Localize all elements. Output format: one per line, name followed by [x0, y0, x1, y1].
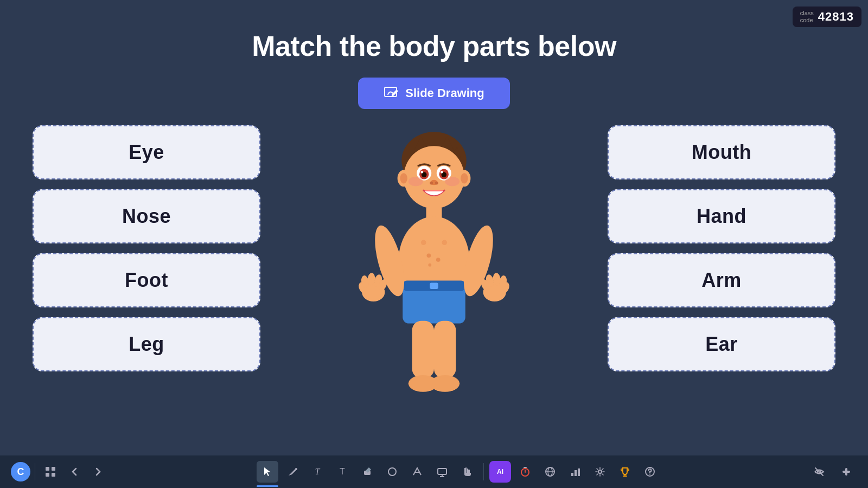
chart-icon: [570, 466, 580, 477]
svg-point-30: [436, 258, 441, 262]
ai-icon: AI: [497, 468, 503, 476]
svg-rect-55: [52, 473, 55, 477]
curved-text-button[interactable]: T: [307, 461, 328, 483]
toolbar-divider-2: [483, 463, 484, 480]
svg-point-58: [388, 468, 396, 476]
text-icon: [411, 466, 423, 478]
present-button[interactable]: [431, 461, 453, 483]
draw-tool-button[interactable]: [282, 461, 303, 483]
cursor-tool-button[interactable]: [257, 461, 278, 483]
toolbar-left: C: [11, 461, 109, 483]
eye-toggle-button[interactable]: [808, 461, 830, 483]
svg-rect-63: [571, 473, 573, 476]
close-button[interactable]: [835, 461, 857, 483]
class-code-badge: classcode 42813: [793, 7, 861, 27]
svg-rect-46: [412, 321, 434, 378]
class-code-label: classcode: [800, 10, 814, 24]
circle-tool-icon: [387, 466, 398, 477]
svg-point-9: [400, 173, 407, 183]
toolbar-right: [808, 461, 857, 483]
settings-button[interactable]: [589, 461, 611, 483]
text-button[interactable]: [406, 461, 428, 483]
class-code-value: 42813: [818, 10, 854, 24]
word-card-foot[interactable]: Foot: [33, 253, 260, 307]
toolbar: C: [0, 455, 868, 488]
slide-drawing-button[interactable]: Slide Drawing: [358, 78, 510, 109]
word-card-eye[interactable]: Eye: [33, 125, 260, 179]
svg-rect-53: [52, 467, 55, 471]
svg-rect-52: [46, 467, 49, 471]
main-content: Eye Nose Foot Leg: [0, 114, 868, 402]
straight-text-button[interactable]: T: [331, 461, 353, 483]
svg-rect-64: [575, 470, 577, 476]
left-word-column: Eye Nose Foot Leg: [33, 125, 260, 371]
grid-button[interactable]: [40, 461, 61, 483]
settings-icon: [595, 466, 605, 477]
hand-tool-button[interactable]: [456, 461, 478, 483]
eraser-button[interactable]: [356, 461, 378, 483]
svg-rect-48: [434, 321, 456, 378]
word-card-arm[interactable]: Arm: [608, 253, 835, 307]
globe-button[interactable]: [539, 461, 561, 483]
svg-point-50: [421, 240, 426, 245]
svg-point-10: [461, 173, 468, 183]
body-character-svg: [342, 120, 526, 402]
svg-point-23: [445, 177, 459, 186]
globe-icon: [545, 466, 556, 477]
curved-text-icon: T: [315, 467, 320, 477]
trophy-icon: [620, 466, 630, 477]
svg-point-21: [435, 182, 438, 185]
word-card-mouth[interactable]: Mouth: [608, 125, 835, 179]
svg-point-29: [427, 254, 431, 258]
word-card-ear[interactable]: Ear: [608, 317, 835, 371]
present-icon: [437, 466, 448, 477]
straight-text-icon: T: [340, 467, 345, 477]
svg-point-66: [598, 470, 602, 473]
chart-button[interactable]: [564, 461, 586, 483]
page-title: Match the body parts below: [0, 0, 868, 62]
word-card-nose[interactable]: Nose: [33, 189, 260, 243]
hand-icon: [462, 466, 473, 477]
ai-button[interactable]: AI: [489, 461, 511, 483]
svg-rect-28: [430, 282, 438, 289]
character-illustration: [331, 120, 537, 402]
svg-point-56: [295, 468, 297, 470]
help-button[interactable]: [639, 461, 661, 483]
svg-point-18: [441, 171, 443, 174]
timer-icon: [520, 466, 531, 477]
classcard-logo[interactable]: C: [11, 462, 30, 481]
svg-point-49: [430, 375, 459, 392]
forward-icon: [93, 466, 104, 477]
svg-point-20: [430, 182, 433, 185]
svg-point-22: [409, 177, 423, 186]
svg-point-17: [420, 171, 423, 174]
forward-button[interactable]: [87, 461, 109, 483]
cursor-icon: [262, 466, 273, 477]
eraser-icon: [362, 466, 373, 477]
circle-tool-button[interactable]: [381, 461, 403, 483]
right-word-column: Mouth Hand Arm Ear: [608, 125, 835, 371]
back-icon: [69, 466, 80, 477]
svg-rect-54: [46, 473, 49, 477]
svg-point-51: [442, 240, 447, 245]
slide-drawing-icon: [384, 85, 400, 101]
svg-rect-65: [578, 468, 580, 476]
trophy-button[interactable]: [614, 461, 636, 483]
word-card-leg[interactable]: Leg: [33, 317, 260, 371]
timer-button[interactable]: [514, 461, 536, 483]
svg-rect-71: [845, 468, 847, 476]
svg-rect-59: [438, 468, 446, 474]
eye-toggle-icon: [813, 466, 825, 478]
word-card-hand[interactable]: Hand: [608, 189, 835, 243]
toolbar-center: T T: [109, 461, 808, 483]
grid-icon: [44, 466, 56, 478]
back-button[interactable]: [63, 461, 85, 483]
help-icon: [644, 466, 655, 477]
toolbar-divider-1: [35, 463, 35, 480]
draw-icon: [287, 466, 298, 477]
close-icon: [841, 466, 852, 477]
svg-point-68: [649, 474, 650, 475]
svg-point-31: [428, 264, 431, 267]
slide-drawing-label: Slide Drawing: [405, 86, 484, 100]
